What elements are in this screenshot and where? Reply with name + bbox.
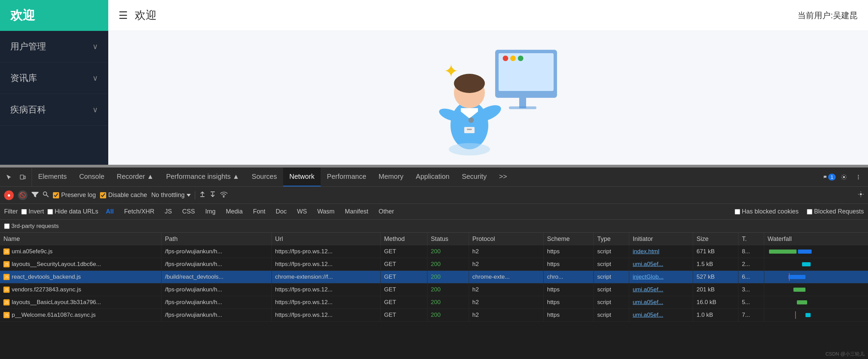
chat-icon[interactable]: 1 — [823, 171, 836, 183]
tab-network[interactable]: Network — [283, 167, 321, 186]
cell-status: 200 — [427, 309, 469, 322]
cell-initiator[interactable]: index.html — [629, 245, 693, 258]
cell-initiator[interactable]: umi.a05ef... — [629, 258, 693, 271]
menu-icon[interactable]: ☰ — [119, 9, 128, 21]
filter-js[interactable]: JS — [160, 207, 176, 216]
tab-recorder[interactable]: Recorder ▲ — [111, 167, 160, 186]
cell-initiator[interactable]: umi.a05ef... — [629, 309, 693, 322]
preserve-log-checkbox[interactable]: Preserve log — [53, 192, 96, 199]
col-name[interactable]: Name — [0, 233, 162, 245]
separator — [195, 191, 195, 199]
tab-security[interactable]: Security — [456, 167, 493, 186]
disable-cache-checkbox[interactable]: Disable cache — [100, 192, 147, 199]
record-button[interactable]: ● — [4, 190, 14, 200]
col-scheme[interactable]: Scheme — [543, 233, 593, 245]
more-options-icon[interactable] — [852, 171, 865, 183]
filter-other[interactable]: Other — [375, 207, 398, 216]
cell-type: script — [593, 245, 629, 258]
cell-initiator[interactable]: umi.a05ef... — [629, 283, 693, 296]
hide-data-urls-checkbox[interactable]: Hide data URLs — [47, 208, 98, 215]
cell-size: 16.0 kB — [693, 296, 738, 309]
file-icon: JS — [3, 299, 10, 305]
col-protocol[interactable]: Protocol — [469, 233, 543, 245]
col-size[interactable]: Size — [693, 233, 738, 245]
cell-url: https://fps-pro.ws.12... — [271, 258, 380, 271]
filter-font[interactable]: Font — [249, 207, 269, 216]
tab-more[interactable]: >> — [493, 167, 513, 186]
tab-performance[interactable]: Performance — [321, 167, 372, 186]
cell-initiator[interactable]: injectGlob... — [629, 271, 693, 283]
col-url[interactable]: Url — [271, 233, 380, 245]
sidebar-item-news[interactable]: 资讯库 ∨ — [0, 62, 108, 94]
tab-sources[interactable]: Sources — [246, 167, 283, 186]
svg-point-22 — [858, 176, 859, 177]
filter-icon[interactable] — [32, 191, 38, 199]
filter-media[interactable]: Media — [222, 207, 247, 216]
wifi-icon[interactable] — [220, 191, 227, 199]
filter-ws[interactable]: WS — [293, 207, 311, 216]
tab-memory[interactable]: Memory — [372, 167, 410, 186]
col-status[interactable]: Status — [427, 233, 469, 245]
cell-url: chrome-extension://f... — [271, 271, 380, 283]
tab-performance-insights[interactable]: Performance insights ▲ — [160, 167, 245, 186]
cell-waterfall — [764, 283, 868, 296]
has-blocked-cookies-checkbox[interactable]: Has blocked cookies — [735, 208, 799, 215]
cell-status: 200 — [427, 296, 469, 309]
upload-icon[interactable] — [199, 191, 205, 199]
device-toggle-icon[interactable] — [16, 171, 29, 183]
filter-type-buttons: All Fetch/XHR JS CSS Img Media Font Doc … — [102, 207, 728, 216]
throttle-selector[interactable]: No throttling — [151, 192, 191, 199]
cell-url: https://fps-pro.ws.12... — [271, 245, 380, 258]
clear-button[interactable]: 🚫 — [18, 190, 27, 200]
devtools-tab-right-actions: 1 — [820, 167, 868, 186]
table-row[interactable]: JS vendors.f2273843.async.js /fps-pro/wu… — [0, 283, 868, 296]
cell-name: JS layouts__SecurityLayout.1dbc6e... — [0, 258, 162, 271]
svg-point-23 — [858, 178, 859, 179]
col-type[interactable]: Type — [593, 233, 629, 245]
page-title: 欢迎 — [135, 8, 798, 23]
cell-type: script — [593, 309, 629, 322]
filter-fetch-xhr[interactable]: Fetch/XHR — [120, 207, 158, 216]
download-icon[interactable] — [210, 191, 216, 199]
filter-manifest[interactable]: Manifest — [341, 207, 372, 216]
invert-checkbox[interactable]: Invert — [21, 208, 44, 215]
chevron-down-icon: ∨ — [92, 42, 98, 51]
cell-method: GET — [380, 309, 427, 322]
table-row[interactable]: JS p__Welcome.61a1087c.async.js /fps-pro… — [0, 309, 868, 322]
col-time[interactable]: T. — [738, 233, 764, 245]
cell-path: /fps-pro/wujiankun/h... — [162, 258, 271, 271]
cursor-icon[interactable] — [3, 171, 15, 183]
settings-icon[interactable] — [838, 171, 850, 183]
cell-method: GET — [380, 296, 427, 309]
tab-console[interactable]: Console — [73, 167, 110, 186]
filter-wasm[interactable]: Wasm — [313, 207, 338, 216]
cell-url: https://fps-pro.ws.12... — [271, 283, 380, 296]
filter-css[interactable]: CSS — [178, 207, 199, 216]
col-waterfall[interactable]: Waterfall — [764, 233, 868, 245]
filter-img[interactable]: Img — [201, 207, 220, 216]
network-table[interactable]: Name Path Url Method Status Protocol Sch… — [0, 233, 868, 359]
filter-doc[interactable]: Doc — [271, 207, 291, 216]
sidebar-item-disease[interactable]: 疾病百科 ∨ — [0, 94, 108, 126]
sidebar-item-user-management[interactable]: 用户管理 ∨ — [0, 31, 108, 62]
search-icon[interactable] — [43, 191, 49, 199]
table-row[interactable]: JS react_devtools_backend.js /build/reac… — [0, 271, 868, 283]
table-row[interactable]: JS umi.a05efe9c.js /fps-pro/wujiankun/h.… — [0, 245, 868, 258]
filter-all[interactable]: All — [102, 207, 118, 216]
cell-initiator[interactable]: umi.a05ef... — [629, 296, 693, 309]
table-row[interactable]: JS layouts__BasicLayout.3b31a796... /fps… — [0, 296, 868, 309]
col-initiator[interactable]: Initiator — [629, 233, 693, 245]
cell-method: GET — [380, 271, 427, 283]
table-row[interactable]: JS layouts__SecurityLayout.1dbc6e... /fp… — [0, 258, 868, 271]
resize-bar[interactable] — [0, 165, 868, 167]
col-method[interactable]: Method — [380, 233, 427, 245]
toolbar-settings-icon[interactable] — [858, 191, 864, 199]
blocked-requests-checkbox[interactable]: Blocked Requests — [807, 208, 864, 215]
svg-point-17 — [449, 143, 490, 155]
cell-url: https://fps-pro.ws.12... — [271, 296, 380, 309]
tab-elements[interactable]: Elements — [32, 167, 73, 186]
cell-method: GET — [380, 258, 427, 271]
tab-application[interactable]: Application — [410, 167, 456, 186]
col-path[interactable]: Path — [162, 233, 271, 245]
third-party-checkbox[interactable]: 3rd-party requests — [4, 223, 59, 230]
